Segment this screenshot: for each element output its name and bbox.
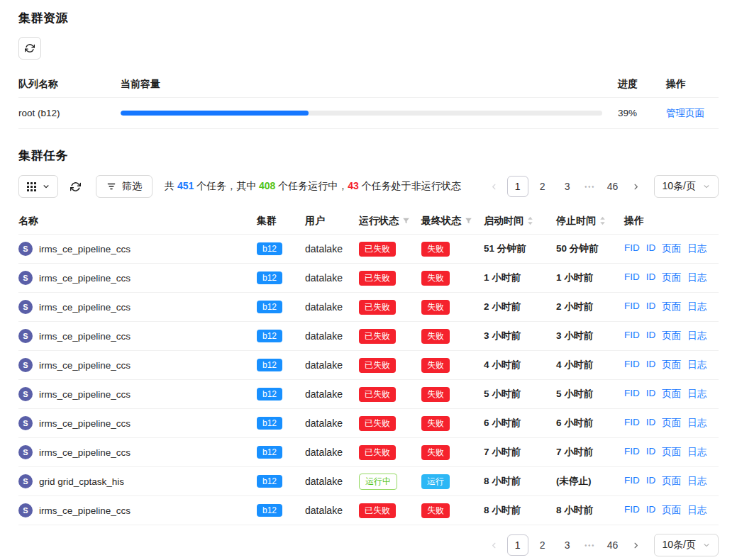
page-size-select[interactable]: 10条/页	[654, 175, 719, 198]
row-actions: FID ID 页面 日志	[624, 330, 719, 342]
col-header-actions-label: 操作	[624, 215, 644, 228]
col-header-start-time[interactable]: 启动时间	[484, 215, 556, 228]
user-cell: datalake	[305, 330, 359, 342]
next-page-button[interactable]	[627, 535, 645, 555]
page-link[interactable]: 页面	[662, 271, 681, 284]
id-link[interactable]: ID	[646, 504, 656, 517]
log-link[interactable]: 日志	[687, 388, 706, 401]
final-status-cell: 失败	[421, 503, 484, 518]
page-size-select[interactable]: 10条/页	[654, 534, 719, 556]
page-link[interactable]: 页面	[662, 446, 681, 459]
page-button-2[interactable]: 2	[532, 176, 553, 197]
log-link[interactable]: 日志	[687, 301, 706, 313]
run-status-cell: 已失败	[359, 387, 421, 402]
fid-link[interactable]: FID	[624, 330, 640, 342]
page-button-3[interactable]: 3	[557, 176, 578, 197]
filter-button[interactable]: 筛选	[96, 175, 153, 198]
start-time-cell: 51 分钟前	[484, 242, 556, 255]
page-button-3[interactable]: 3	[557, 534, 578, 556]
fid-link[interactable]: FID	[624, 417, 640, 430]
page-link[interactable]: 页面	[662, 242, 681, 255]
col-header-cluster: 集群	[257, 215, 305, 228]
cluster-cell: b12	[257, 475, 305, 488]
final-status-cell: 失败	[421, 242, 484, 257]
col-header-stop-time[interactable]: 停止时间	[556, 215, 624, 228]
page-link[interactable]: 页面	[662, 475, 681, 488]
refresh-resources-button[interactable]	[18, 37, 41, 60]
run-status-cell: 已失败	[359, 271, 421, 286]
id-link[interactable]: ID	[646, 330, 656, 342]
filter-icon[interactable]	[402, 217, 410, 225]
fid-link[interactable]: FID	[624, 301, 640, 313]
id-link[interactable]: ID	[646, 301, 656, 313]
row-actions: FID ID 页面 日志	[624, 446, 719, 459]
sorter-icon[interactable]	[599, 216, 606, 225]
id-link[interactable]: ID	[646, 242, 656, 255]
table-row: S irms_ce_pipeline_ccs b12 datalake 已失败 …	[18, 293, 719, 322]
id-link[interactable]: ID	[646, 446, 656, 459]
page-link[interactable]: 页面	[662, 504, 681, 517]
page-link[interactable]: 页面	[662, 359, 681, 371]
col-header-run-status: 运行状态	[359, 215, 421, 228]
col-header-final-status-label: 最终状态	[421, 215, 461, 228]
log-link[interactable]: 日志	[687, 271, 706, 284]
fid-link[interactable]: FID	[624, 359, 640, 371]
log-link[interactable]: 日志	[687, 330, 706, 342]
avatar: S	[18, 416, 33, 430]
page-button-46[interactable]: 46	[602, 176, 624, 197]
fid-link[interactable]: FID	[624, 388, 640, 401]
resources-table: 队列名称 当前容量 进度 操作 root (b12) 39% 管理页面	[18, 71, 719, 129]
cluster-cell: b12	[257, 359, 305, 371]
manage-page-link[interactable]: 管理页面	[666, 108, 704, 118]
column-settings-button[interactable]	[18, 175, 58, 198]
task-name: irms_ce_pipeline_ccs	[39, 418, 131, 429]
task-name-cell: S grid grid_cptask_his	[18, 474, 257, 488]
log-link[interactable]: 日志	[687, 242, 706, 255]
filter-icon[interactable]	[465, 217, 472, 225]
fid-link[interactable]: FID	[624, 504, 640, 517]
final-status-badge: 失败	[421, 387, 450, 402]
refresh-tasks-button[interactable]	[70, 181, 81, 192]
fid-link[interactable]: FID	[624, 475, 640, 488]
fid-link[interactable]: FID	[624, 446, 640, 459]
page-ellipsis[interactable]: •••	[582, 183, 599, 191]
page-link[interactable]: 页面	[662, 417, 681, 430]
page-link[interactable]: 页面	[662, 388, 681, 401]
user-cell: datalake	[305, 505, 359, 516]
task-name: irms_ce_pipeline_ccs	[39, 389, 131, 400]
run-status-cell: 已失败	[359, 242, 421, 257]
prev-page-button[interactable]	[485, 177, 504, 196]
page-button-1[interactable]: 1	[507, 534, 528, 556]
log-link[interactable]: 日志	[687, 359, 706, 371]
row-actions: FID ID 页面 日志	[624, 504, 719, 517]
log-link[interactable]: 日志	[687, 417, 706, 430]
log-link[interactable]: 日志	[687, 504, 706, 517]
fid-link[interactable]: FID	[624, 271, 640, 284]
sorter-icon[interactable]	[527, 216, 533, 225]
avatar: S	[18, 358, 33, 372]
page-button-1[interactable]: 1	[507, 176, 528, 197]
start-time-cell: 1 小时前	[484, 271, 556, 284]
id-link[interactable]: ID	[646, 359, 656, 371]
id-link[interactable]: ID	[646, 475, 656, 488]
nonrunning-count: 43	[348, 180, 359, 191]
fid-link[interactable]: FID	[624, 242, 640, 255]
id-link[interactable]: ID	[646, 271, 656, 284]
run-status-badge: 已失败	[359, 242, 396, 257]
start-time-cell: 5 小时前	[484, 388, 556, 401]
final-status-badge: 失败	[421, 329, 450, 344]
progress-bar	[121, 111, 602, 116]
log-link[interactable]: 日志	[687, 475, 706, 488]
page-button-2[interactable]: 2	[532, 534, 553, 556]
id-link[interactable]: ID	[646, 417, 656, 430]
next-page-button[interactable]	[627, 177, 645, 196]
log-link[interactable]: 日志	[687, 446, 706, 459]
page-link[interactable]: 页面	[662, 301, 681, 313]
total-count: 451	[177, 180, 194, 191]
page-ellipsis[interactable]: •••	[582, 542, 599, 549]
id-link[interactable]: ID	[646, 388, 656, 401]
page-button-46[interactable]: 46	[602, 534, 624, 556]
page-link[interactable]: 页面	[662, 330, 681, 342]
progress-fill	[121, 111, 309, 116]
prev-page-button[interactable]	[485, 535, 504, 555]
